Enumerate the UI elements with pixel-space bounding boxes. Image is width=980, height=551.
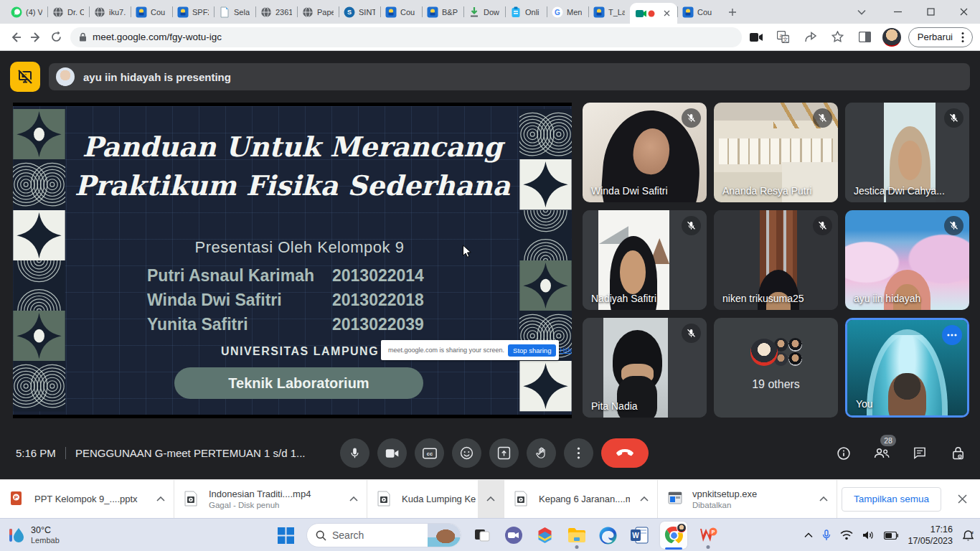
presenter-avatar — [56, 67, 75, 86]
tab-close-icon[interactable] — [664, 10, 670, 17]
notification-bell-icon[interactable]: z — [962, 529, 974, 542]
participant-tile-ayu-iin-hidayah[interactable]: ayu iin hidayah — [845, 210, 969, 310]
download-chevron-icon[interactable] — [148, 480, 174, 518]
participant-tile-jestica-dwi-cahya[interactable]: Jestica Dwi Cahya... — [845, 103, 969, 202]
presentation-warning-icon[interactable] — [10, 62, 40, 92]
tab-9[interactable]: Cou — [380, 0, 422, 24]
tab-3[interactable]: Cou — [131, 0, 172, 24]
tab-10[interactable]: B&P — [422, 0, 463, 24]
tray-microphone-icon[interactable] — [822, 529, 831, 542]
maximize-button[interactable] — [914, 0, 947, 24]
tab-7[interactable]: Pape — [297, 0, 339, 24]
chat-button[interactable] — [910, 444, 929, 463]
close-downloads-bar-icon[interactable] — [951, 489, 973, 510]
tab-2[interactable]: iku7. — [89, 0, 131, 24]
update-chrome-button[interactable]: Perbarui — [908, 27, 973, 47]
profile-avatar[interactable] — [882, 28, 901, 47]
mic-muted-icon — [944, 216, 963, 235]
download-item-0[interactable]: PPPT Kelompok 9_....pptx — [0, 480, 174, 518]
camera-in-use-icon[interactable] — [746, 27, 766, 47]
weather-widget[interactable]: 30°C Lembab — [9, 519, 60, 551]
tab-13[interactable]: GMen — [547, 0, 588, 24]
shared-screen: Panduan Untuk MerancangPraktikum Fisika … — [13, 103, 572, 418]
participant-tile-nadiyah-safitri[interactable]: Nadiyah Safitri — [583, 210, 707, 310]
taskbar-word-icon[interactable]: W — [628, 521, 651, 550]
emoji-button[interactable] — [452, 438, 481, 468]
participant-tile-19-others[interactable]: 19 others — [714, 318, 838, 418]
present-button[interactable] — [489, 438, 519, 468]
microphone-icon — [348, 446, 362, 460]
tab-6[interactable]: 2361 — [255, 0, 297, 24]
tile-options-button[interactable] — [942, 325, 962, 345]
taskbar-edge-icon[interactable] — [597, 521, 619, 550]
tab-11[interactable]: Dow — [463, 0, 505, 24]
forward-button[interactable] — [26, 27, 46, 47]
translate-icon[interactable]: a文 — [773, 27, 793, 47]
participant-tile-winda-dwi-safitri[interactable]: Winda Dwi Safitri — [583, 103, 707, 202]
tab-8[interactable]: SSINT — [339, 0, 380, 24]
address-bar[interactable]: meet.google.com/fgy-wotu-igc — [70, 27, 742, 47]
group-avatar-large — [750, 339, 778, 366]
hide-link[interactable]: Hide — [560, 347, 572, 354]
host-controls-icon — [952, 446, 964, 461]
download-item-2[interactable]: Kuda Lumping Ke....mp4 — [367, 480, 504, 518]
taskbar-start-icon[interactable] — [275, 521, 297, 550]
minimize-button[interactable] — [881, 0, 914, 24]
taskbar-file-explorer-icon[interactable] — [565, 521, 588, 550]
bookmark-star-icon[interactable] — [828, 27, 848, 47]
participant-tile-pita-nadia[interactable]: Pita Nadia — [583, 318, 707, 418]
tray-clock[interactable]: 17:16 17/05/2023 — [908, 524, 953, 547]
tray-wifi-icon[interactable] — [840, 530, 853, 540]
host-controls-button[interactable] — [948, 444, 967, 463]
tab-1[interactable]: Dr. C — [47, 0, 89, 24]
tab-active-meet[interactable] — [630, 3, 677, 24]
captions-button[interactable]: cc — [415, 438, 444, 468]
taskbar-search-box[interactable]: Search — [306, 523, 461, 547]
download-item-1[interactable]: Indonesian Traditi....mp4Gagal - Disk pe… — [174, 480, 367, 518]
participant-video — [714, 318, 838, 418]
member-name: Winda Dwi Safitri — [147, 291, 332, 310]
new-tab-button[interactable] — [723, 3, 742, 22]
back-button[interactable] — [6, 27, 26, 47]
tab-14[interactable]: T_La — [588, 0, 630, 24]
tab-0[interactable]: (4) V — [6, 0, 47, 24]
download-item-4[interactable]: vpnkitsetup.exeDibatalkan — [658, 480, 837, 518]
tab-label: (4) V — [26, 8, 42, 17]
taskbar-meet-icon[interactable] — [502, 521, 524, 550]
close-button[interactable] — [947, 0, 980, 24]
microphone-button[interactable] — [340, 438, 369, 468]
taskbar-chrome-icon[interactable] — [660, 522, 687, 549]
side-panel-icon[interactable] — [855, 27, 875, 47]
tray-battery-icon[interactable] — [884, 532, 898, 540]
tab-16[interactable]: Cou — [677, 0, 719, 24]
info-button[interactable] — [834, 444, 853, 463]
browser-menu-icon[interactable] — [956, 30, 970, 44]
tray-volume-icon[interactable] — [862, 530, 875, 540]
participant-tile-niken-trikusuma25[interactable]: niken trikusuma25 — [714, 210, 838, 310]
tray-chevron-icon[interactable] — [804, 532, 813, 538]
end-call-button[interactable] — [601, 438, 649, 468]
tab-search-chevron-icon[interactable] — [851, 0, 872, 24]
tab-12[interactable]: Onli — [505, 0, 547, 24]
taskbar-bluestacks-icon[interactable] — [534, 521, 556, 550]
taskbar-wps-icon[interactable]: P — [697, 521, 719, 550]
show-all-downloads-button[interactable]: Tampilkan semua — [842, 487, 941, 512]
reload-button[interactable] — [46, 27, 66, 47]
participant-tile-ananda-resya-putri[interactable]: Ananda Resya Putri — [714, 103, 838, 202]
download-chevron-icon[interactable] — [341, 480, 367, 518]
taskbar-task-view-icon[interactable] — [471, 521, 493, 550]
tray-date: 17/05/2023 — [908, 535, 953, 547]
participant-tile-you[interactable]: You — [845, 318, 969, 418]
download-chevron-icon[interactable] — [631, 480, 657, 518]
download-item-3[interactable]: Kepang 6 Jaranan....mp4 — [504, 480, 658, 518]
stop-sharing-button[interactable]: Stop sharing — [508, 344, 556, 357]
people-button[interactable]: 28 — [872, 444, 891, 463]
share-icon[interactable] — [801, 27, 821, 47]
raise-hand-button[interactable] — [527, 438, 556, 468]
camera-button[interactable] — [377, 438, 407, 468]
tab-4[interactable]: SPF2 — [172, 0, 214, 24]
download-chevron-icon[interactable] — [811, 480, 837, 518]
download-chevron-icon[interactable] — [478, 480, 504, 518]
tab-5[interactable]: Sela — [214, 0, 255, 24]
more-options-button[interactable] — [564, 438, 593, 468]
